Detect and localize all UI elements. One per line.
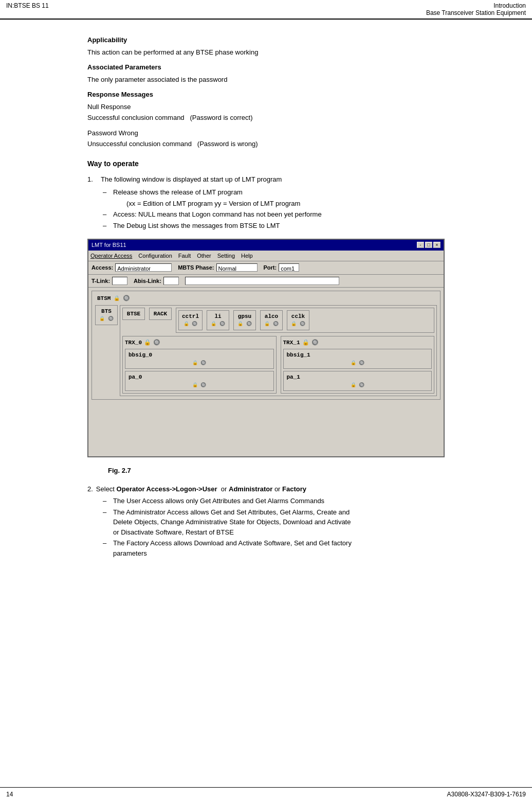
menu-other[interactable]: Other [197, 252, 211, 260]
access-value: Administrator [115, 263, 172, 272]
footer-doc-number: A30808-X3247-B309-1-7619 [447, 791, 526, 798]
trx1-header: TRX_1 🔒 🔘 [283, 339, 432, 347]
bullet-edition: (xx = Edition of LMT program yy = Versio… [126, 199, 445, 209]
step-2: 2. Select Operator Access->Logon->User o… [87, 484, 445, 494]
bullet-admin-access-text: The Administrator Access allows Get and … [113, 507, 351, 538]
trx0-label: TRX_0 [125, 339, 142, 347]
menu-setting[interactable]: Setting [217, 252, 235, 260]
bbsig0-label: bbsig_0 [129, 351, 270, 360]
pa0-node: pa_0 🔒 🔘 [125, 371, 274, 391]
alco-node: alco 🔒 🔘 [260, 310, 283, 330]
bullet-release: – Release shows the release of LMT progr… [103, 187, 445, 198]
menu-configuration[interactable]: Configuration [138, 252, 172, 260]
cclk-label: cclk [290, 312, 306, 321]
abis-label: Abis-Link: [134, 277, 161, 286]
port-label: Port: [264, 263, 277, 272]
footer-page-number: 14 [6, 791, 13, 798]
abis-field: Abis-Link: [134, 277, 179, 286]
btsm-header: BTSM 🔒 🔘 [94, 293, 438, 304]
menu-fault[interactable]: Fault [178, 252, 191, 260]
minimize-button[interactable]: - [417, 242, 424, 248]
cctrl-icons: 🔒 🔘 [182, 321, 199, 328]
lmt-main-area: BTSM 🔒 🔘 BTS 🔒 🔘 BTSE [88, 288, 444, 456]
header-right: Introduction Base Transceiver Station Eq… [426, 2, 526, 16]
bullet-debug-text: The Debug List shows the messages from B… [113, 221, 280, 231]
assoc-params-text: The only parameter associated is the pas… [87, 75, 445, 85]
bbsig1-label: bbsig_1 [287, 351, 429, 360]
step-2-text: Select Operator Access->Logon->User or A… [96, 484, 306, 494]
header-subtitle: Base Transceiver Station Equipment [426, 9, 526, 16]
response-item-1: Null Response [87, 102, 445, 112]
lmt-window: LMT for BS11 - □ × Operator Access Confi… [87, 239, 445, 457]
tlink-field: T-Link: [91, 277, 127, 286]
pa1-icons: 🔒 🔘 [287, 382, 429, 389]
btse-node: BTSE [122, 308, 145, 321]
response-item-4: Unsuccessful conclusion command (Passwor… [87, 139, 445, 149]
gpsu-node: gpsu 🔒 🔘 [233, 310, 256, 330]
btsm-label: BTSM [97, 294, 111, 303]
bullet-debug: – The Debug List shows the messages from… [103, 221, 445, 231]
trx1-lock: 🔒 [302, 339, 309, 347]
assoc-params-heading: Associated Parameters [87, 62, 445, 73]
maximize-button[interactable]: □ [425, 242, 432, 248]
lmt-window-controls[interactable]: - □ × [417, 242, 441, 248]
pa1-node: pa_1 🔒 🔘 [283, 371, 432, 391]
cctrl-label: cctrl [182, 312, 199, 321]
applicability-text: This action can be performed at any BTSE… [87, 47, 445, 58]
bullet-access-text: Access: NULL means that Logon command ha… [113, 209, 322, 220]
trx0-icon: 🔘 [153, 339, 160, 347]
bbsig0-icons: 🔒 🔘 [129, 360, 270, 367]
bullet-factory-access-text: The Factory Access allows Download and A… [113, 538, 352, 558]
li-icons: 🔒 🔘 [210, 321, 226, 328]
response-item-3: Password Wrong [87, 128, 445, 138]
bbsig0-node: bbsig_0 🔒 🔘 [125, 349, 274, 369]
step-2-number: 2. [87, 484, 93, 494]
rack-node: RACK [149, 308, 172, 321]
pa1-label: pa_1 [287, 373, 429, 382]
header-left: IN:BTSE BS 11 [6, 2, 49, 9]
step2-bold1: Operator Access->Logon->User [117, 485, 217, 493]
bullet-release-text: Release shows the release of LMT program [113, 187, 243, 198]
trx1-label: TRX_1 [283, 339, 300, 347]
step2-bold2: Administrator [229, 485, 272, 493]
alco-label: alco [264, 312, 279, 321]
lmt-title: LMT for BS11 [91, 241, 126, 250]
step-1: 1. The following window is displayed at … [87, 174, 445, 185]
mbts-value: Normal [216, 263, 258, 272]
page-footer: 14 A30808-X3247-B309-1-7619 [0, 787, 532, 801]
alco-icons: 🔒 🔘 [264, 321, 279, 328]
bullet-user-access-text: The User Access allows only Get Attribut… [113, 496, 324, 506]
bts-node: BTS 🔒 🔘 [95, 305, 118, 325]
bts-icons: 🔒 🔘 [99, 316, 114, 323]
btsm-lock-icon: 🔒 [114, 295, 120, 302]
main-content: Applicability This action can be perform… [0, 20, 532, 591]
way-to-operate-heading: Way to operate [87, 158, 445, 169]
port-value: com1 [279, 263, 299, 272]
gpsu-icons: 🔒 🔘 [237, 321, 252, 328]
trx0-lock: 🔒 [144, 339, 151, 347]
fig-caption: Fig. 2.7 [87, 466, 445, 476]
mbts-field: MBTS Phase: Normal [178, 263, 257, 272]
tlink-value [112, 277, 127, 285]
port-field: Port: com1 [264, 263, 300, 272]
mbts-label: MBTS Phase: [178, 263, 214, 272]
bullet-access: – Access: NULL means that Logon command … [103, 209, 445, 220]
lmt-toolbar-row2: T-Link: Abis-Link: [88, 275, 444, 288]
bullet-admin-access: – The Administrator Access allows Get an… [103, 507, 445, 538]
rack-label: RACK [153, 310, 168, 318]
page-header: IN:BTSE BS 11 Introduction Base Transcei… [0, 0, 532, 20]
bbsig1-icons: 🔒 🔘 [287, 360, 429, 367]
trx0-header: TRX_0 🔒 🔘 [125, 339, 274, 347]
li-label: li [210, 312, 226, 321]
lmt-titlebar: LMT for BS11 - □ × [88, 240, 444, 251]
header-title: Introduction [426, 2, 526, 9]
pa0-icons: 🔒 🔘 [129, 382, 270, 389]
menu-help[interactable]: Help [241, 252, 253, 260]
trx1-icon: 🔘 [311, 339, 319, 347]
access-field: Access: Administrator [91, 263, 172, 272]
response-item-2: Successful conclusion command (Password … [87, 113, 445, 123]
btse-label: BTSE [126, 310, 141, 318]
menu-operator-access[interactable]: Operator Access [90, 252, 132, 260]
step-1-number: 1. [87, 174, 98, 185]
close-button[interactable]: × [433, 242, 441, 248]
